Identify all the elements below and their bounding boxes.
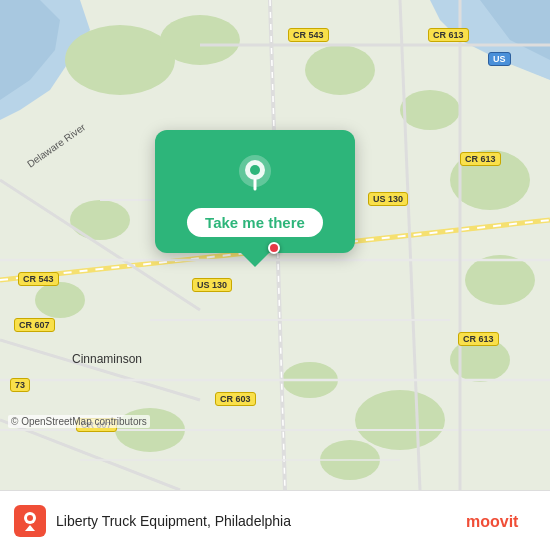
- moovit-logo: moovit: [466, 511, 536, 531]
- road-badge-cr543-left: CR 543: [18, 272, 59, 286]
- take-me-there-button[interactable]: Take me there: [187, 208, 323, 237]
- road-badge-n73: 73: [10, 378, 30, 392]
- bottom-bar-title: Liberty Truck Equipment, Philadelphia: [56, 513, 291, 529]
- svg-point-7: [305, 45, 375, 95]
- svg-point-40: [27, 515, 33, 521]
- map-attribution: © OpenStreetMap contributors: [8, 415, 150, 428]
- road-badge-cr613-top: CR 613: [428, 28, 469, 42]
- map-location-pin: [268, 242, 280, 254]
- svg-point-8: [400, 90, 460, 130]
- svg-point-6: [160, 15, 240, 65]
- svg-point-12: [355, 390, 445, 450]
- road-badge-cr543-top: CR 543: [288, 28, 329, 42]
- road-badge-cr613-bot: CR 613: [458, 332, 499, 346]
- svg-point-13: [70, 200, 130, 240]
- svg-point-5: [65, 25, 175, 95]
- svg-point-10: [465, 255, 535, 305]
- svg-point-36: [250, 165, 260, 175]
- svg-point-14: [35, 282, 85, 318]
- road-badge-cr603: CR 603: [215, 392, 256, 406]
- moovit-pin-icon: [14, 505, 46, 537]
- road-badge-cr607-left: CR 607: [14, 318, 55, 332]
- road-badge-us130-mid: US 130: [368, 192, 408, 206]
- popup-card: Take me there: [155, 130, 355, 253]
- bottom-bar: Liberty Truck Equipment, Philadelphia mo…: [0, 490, 550, 550]
- moovit-wordmark-svg: moovit: [466, 511, 536, 531]
- road-badge-us130-center: US 130: [192, 278, 232, 292]
- location-pin-icon: [233, 151, 277, 195]
- cinnaminson-label: Cinnaminson: [72, 352, 142, 366]
- moovit-icon-svg: [14, 505, 46, 537]
- road-badge-us-top: US: [488, 52, 511, 66]
- road-badge-cr613-mid: CR 613: [460, 152, 501, 166]
- location-icon-wrapper: [230, 148, 280, 198]
- svg-text:moovit: moovit: [466, 513, 519, 530]
- map-container: CR 543 CR 613 US CR 613 US 130 CR 543 CR…: [0, 0, 550, 490]
